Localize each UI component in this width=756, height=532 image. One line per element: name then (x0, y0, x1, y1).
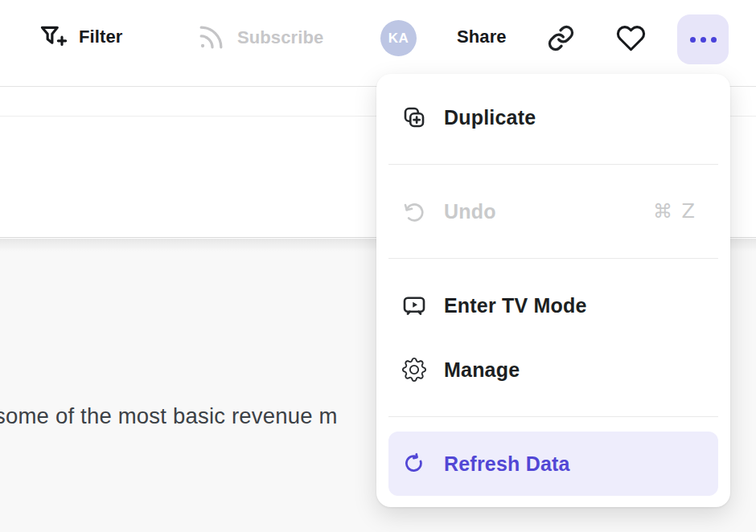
menu-divider (388, 164, 718, 165)
share-label: Share (457, 27, 507, 47)
menu-divider (388, 416, 718, 417)
undo-shortcut: ⌘ Z (653, 200, 696, 223)
app-screen: some of the most basic revenue m Filter … (0, 0, 756, 532)
duplicate-icon (402, 105, 426, 129)
undo-icon (402, 199, 426, 223)
ellipsis-icon (690, 37, 696, 43)
menu-item-undo[interactable]: Undo ⌘ Z (388, 179, 718, 243)
menu-item-refresh-data[interactable]: Refresh Data (388, 432, 718, 496)
link-icon (547, 24, 575, 52)
more-options-menu: Duplicate Undo ⌘ Z Enter TV M (376, 74, 730, 507)
menu-item-duplicate[interactable]: Duplicate (388, 85, 718, 149)
share-button[interactable]: Share (457, 27, 507, 47)
subscribe-label: Subscribe (237, 27, 323, 48)
more-options-button[interactable] (677, 14, 729, 64)
user-avatar[interactable]: KA (380, 20, 417, 56)
menu-item-label: Refresh Data (444, 452, 570, 476)
heart-icon (615, 23, 647, 53)
filter-button[interactable]: Filter (39, 23, 122, 51)
menu-item-label: Manage (444, 358, 520, 382)
filter-plus-icon (39, 23, 68, 51)
menu-item-label: Duplicate (444, 106, 536, 129)
tv-icon (402, 293, 426, 317)
menu-item-enter-tv-mode[interactable]: Enter TV Mode (388, 273, 718, 338)
menu-item-label: Undo (444, 200, 496, 223)
subscribe-button[interactable]: Subscribe (196, 23, 323, 52)
avatar-initials: KA (388, 31, 409, 47)
menu-item-label: Enter TV Mode (444, 294, 587, 317)
gear-icon (402, 358, 426, 382)
menu-divider (388, 258, 718, 259)
copy-link-button[interactable] (547, 24, 575, 52)
rss-icon (196, 23, 226, 52)
refresh-icon (402, 452, 426, 476)
filter-label: Filter (79, 27, 122, 47)
favorite-button[interactable] (615, 23, 647, 53)
menu-item-manage[interactable]: Manage (388, 338, 718, 402)
